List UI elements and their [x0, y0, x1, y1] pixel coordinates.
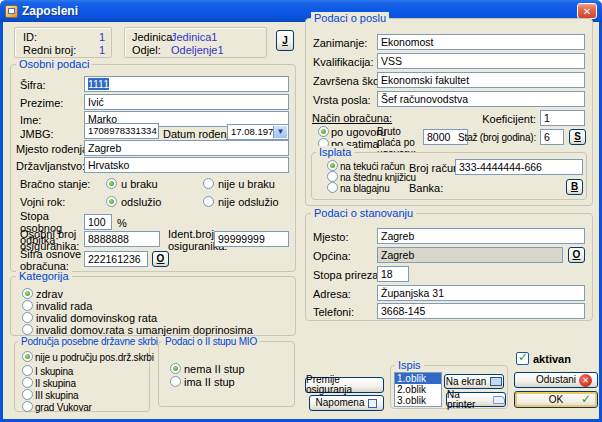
invalid-rada-radio[interactable] [22, 300, 33, 311]
invalid-domovinskog-radio[interactable] [22, 312, 33, 323]
jedinica-lookup-button[interactable]: J [276, 30, 294, 51]
opcina-lookup-button[interactable]: O [568, 247, 585, 263]
mjesto-rodjenja-input[interactable]: Zagreb [84, 140, 289, 156]
zdrav-radio[interactable] [22, 288, 33, 299]
nije-odsluzio-radio[interactable] [203, 196, 214, 207]
sifra-input[interactable]: 1111 [84, 76, 289, 92]
premije-osiguranja-button[interactable]: Premije osiguranja [305, 377, 384, 393]
kategorija-title: Kategorija [16, 270, 72, 282]
list-item[interactable]: 3.oblik [395, 395, 441, 406]
aktivan-checkbox[interactable]: ✓ [516, 352, 529, 365]
datum-rodjenja-combo[interactable]: 17.08.1978 ▼ [227, 124, 289, 140]
sifra-osnove-label: Šifra osnove obračuna: [20, 248, 84, 272]
stopa-odbitka-input[interactable]: 100 [84, 214, 112, 230]
banka-lookup-button[interactable]: B [566, 179, 583, 195]
grad-vukovar-label[interactable]: grad Vukovar [35, 402, 92, 413]
ident-broj-input[interactable]: 99999999 [214, 231, 289, 247]
nije-u-podrucju-label[interactable]: nije u području pos.drž.skrbi [35, 352, 154, 363]
i-skupina-radio[interactable] [22, 365, 33, 376]
odustani-button[interactable]: Odustani ✕ [514, 372, 598, 388]
na-stednu-knjizicu-label[interactable]: na štednu knjižicu [340, 172, 416, 183]
na-stednu-knjizicu-radio[interactable] [327, 171, 338, 182]
vrsta-posla-label: Vrsta posla: [313, 94, 371, 106]
u-braku-label[interactable]: u braku [121, 178, 158, 190]
kvalifikacija-input[interactable]: VSS [377, 53, 585, 69]
stopa-prireza-input[interactable]: 18 [377, 266, 409, 282]
ispis-title: Ispis [395, 359, 424, 371]
nije-u-podrucju-radio[interactable] [22, 351, 33, 362]
i-skupina-label[interactable]: I skupina [35, 366, 73, 377]
jedinica-value: Jedinica1 [171, 31, 217, 43]
invalid-domovinskog-label[interactable]: invalid domovinskog rata [36, 312, 157, 324]
zanimanje-input[interactable]: Ekonomost [377, 34, 585, 50]
stopa-odbitka-unit: % [117, 217, 127, 229]
telefoni-label: Telefoni: [313, 306, 354, 318]
osnova-lookup-button[interactable]: O [152, 251, 169, 267]
ispis-listbox[interactable]: 1.oblik 2.oblik 3.oblik [394, 372, 442, 407]
jmbg-label: JMBG: [20, 128, 54, 140]
nema-ii-stup-radio[interactable] [170, 363, 181, 374]
po-ugovoru-radio[interactable] [318, 126, 329, 137]
close-button[interactable]: ✕ [577, 3, 597, 19]
mjesto-input[interactable]: Zagreb [377, 228, 585, 244]
vrsta-posla-input[interactable]: Šef računovodstva [377, 91, 585, 107]
redni-broj-label: Redni broj: [23, 44, 76, 56]
nije-odsluzio-label[interactable]: nije odslužio [218, 196, 279, 208]
na-ekran-button[interactable]: Na ekran [444, 374, 504, 389]
na-blagajnu-radio[interactable] [327, 182, 338, 193]
odustani-label: Odustani [536, 375, 576, 385]
kvalifikacija-label: Kvalifikacija: [313, 56, 374, 68]
iii-skupina-label[interactable]: III skupina [35, 390, 78, 401]
ii-skupina-radio[interactable] [22, 377, 33, 388]
opcina-input: Zagreb [377, 247, 563, 263]
mio-title: Podaci o II stupu MIO [162, 336, 260, 347]
iii-skupina-radio[interactable] [22, 389, 33, 400]
odsluzio-label[interactable]: odslužio [121, 196, 161, 208]
list-item[interactable]: 2.oblik [395, 384, 441, 395]
na-tekuci-racun-label[interactable]: na tekući račun [340, 161, 405, 172]
sifra-osnove-input[interactable]: 222161236 [84, 251, 148, 267]
zavrsena-skola-input[interactable]: Ekonomski fakultet [377, 72, 585, 88]
napomena-button[interactable]: Napomena [309, 395, 384, 411]
ime-label: Ime: [20, 114, 41, 126]
ii-skupina-label[interactable]: II skupina [35, 378, 76, 389]
odsluzio-radio[interactable] [106, 196, 117, 207]
zdrav-label[interactable]: zdrav [36, 288, 63, 300]
na-blagajnu-label[interactable]: na blagajnu [340, 183, 390, 194]
staz-lookup-button[interactable]: S [569, 129, 586, 145]
nacin-obracuna-label: Način obračuna: [312, 112, 392, 124]
ima-ii-stup-radio[interactable] [170, 376, 181, 387]
adresa-input[interactable]: Županjska 31 [377, 285, 585, 301]
staz-input[interactable]: 6 [540, 129, 564, 145]
close-icon: ✕ [583, 6, 591, 17]
nema-ii-stup-label[interactable]: nema II stup [184, 363, 245, 375]
drzavljanstvo-label: Državljanstvo: [16, 160, 85, 172]
drzavljanstvo-input[interactable]: Hrvatsko [84, 157, 289, 173]
nije-u-braku-label[interactable]: nije u braku [218, 178, 275, 190]
nije-u-braku-radio[interactable] [203, 178, 214, 189]
telefoni-input[interactable]: 3668-145 [377, 303, 585, 319]
koeficijent-input[interactable]: 1 [540, 110, 585, 126]
ima-ii-stup-label[interactable]: ima II stup [184, 376, 235, 388]
jmbg-input[interactable]: 1708978331334 [84, 123, 159, 139]
odjel-label: Odjel: [132, 44, 161, 56]
invalid-rada-label[interactable]: invalid rada [36, 300, 92, 312]
aktivan-label[interactable]: aktivan [533, 353, 571, 365]
ok-button[interactable]: OK ✓ [514, 391, 598, 408]
broj-racuna-input[interactable]: 333-4444444-666 [455, 159, 583, 175]
grad-vukovar-radio[interactable] [22, 401, 33, 412]
ok-label: OK [549, 395, 563, 405]
u-braku-radio[interactable] [106, 178, 117, 189]
prezime-label: Prezime: [20, 97, 63, 109]
prezime-input[interactable]: Ivić [84, 94, 289, 110]
osobni-broj-input[interactable]: 8888888 [84, 231, 160, 247]
invalid-domov-umanjeni-label[interactable]: invalid domov.rata s umanjenim doprinosi… [36, 324, 253, 336]
chevron-down-icon[interactable]: ▼ [273, 126, 287, 138]
stanovanje-title: Podaci o stanovanju [311, 207, 416, 219]
list-item[interactable]: 1.oblik [395, 373, 441, 384]
datum-rodjenja-value: 17.08.1978 [231, 126, 279, 137]
na-tekuci-racun-radio[interactable] [327, 160, 338, 171]
podrucja-title: Područja posebne državne skrbi [18, 336, 150, 347]
invalid-domov-umanjeni-radio[interactable] [22, 324, 33, 335]
na-printer-button[interactable]: Na printer [446, 392, 506, 407]
